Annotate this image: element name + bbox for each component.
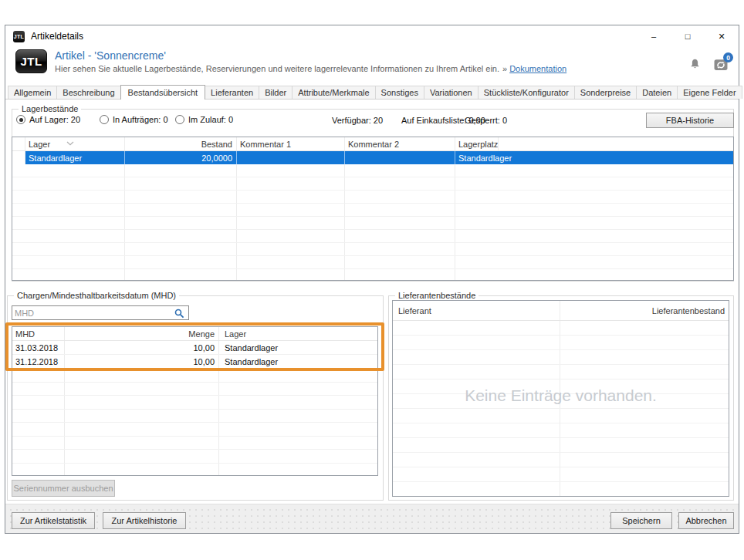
- search-icon[interactable]: [174, 309, 184, 320]
- cell-kommentar1: [237, 151, 345, 164]
- app-header: JTL Artikel - 'Sonnencreme' Hier sehen S…: [5, 47, 739, 86]
- speichern-button[interactable]: Speichern: [610, 512, 672, 529]
- mhd-table-row[interactable]: 31.03.2018 10,00 Standardlager: [12, 341, 377, 355]
- supplier-table-empty-rows: [393, 321, 729, 497]
- stock-table-empty-rows: [12, 164, 733, 281]
- column-header-mhd-lager[interactable]: Lager: [219, 327, 377, 340]
- supplier-table: Lieferant Lieferantenbestand: [392, 300, 729, 497]
- titlebar: JTL Artikeldetails – □ ✕: [5, 25, 739, 47]
- tab-sonderpreise[interactable]: Sonderpreise: [574, 86, 637, 99]
- mhd-table: MHD Menge Lager 31.03.2018 10,00 Standar…: [12, 326, 378, 476]
- footer-bar: Zur Artikelstatistik Zur Artikelhistorie…: [5, 504, 739, 533]
- page-subtitle: Hier sehen Sie aktuelle Lagerbestände, R…: [55, 64, 566, 73]
- stock-table: Lager Bestand Kommentar 1 Kommentar 2 La…: [12, 137, 734, 281]
- radio-in-auftraegen-circle[interactable]: [100, 115, 109, 124]
- tab-stueckliste-konfigurator[interactable]: Stückliste/Konfigurator: [478, 86, 575, 99]
- jtl-logo: JTL: [15, 49, 47, 73]
- radio-auf-lager-label: Auf Lager: 20: [29, 115, 80, 124]
- tab-page-bestandsuebersicht: Lagerbestände Auf Lager: 20 In Aufträgen…: [5, 100, 739, 504]
- sync-status-icon[interactable]: 0: [714, 58, 728, 73]
- column-header-kommentar2[interactable]: Kommentar 2: [345, 137, 455, 150]
- tab-sonstiges[interactable]: Sonstiges: [375, 86, 424, 99]
- column-header-kommentar1[interactable]: Kommentar 1: [237, 137, 345, 150]
- bell-icon[interactable]: [688, 58, 702, 73]
- seriennummer-ausbuchen-button[interactable]: Seriennummer ausbuchen: [12, 480, 115, 497]
- column-header-lieferant[interactable]: Lieferant: [393, 301, 560, 320]
- column-header-mhd[interactable]: MHD: [12, 327, 65, 340]
- radio-im-zulauf-circle[interactable]: [175, 115, 184, 124]
- radio-im-zulauf-label: Im Zulauf: 0: [188, 115, 233, 124]
- mhd-search-input[interactable]: [15, 307, 169, 319]
- cell-lagerplatz: Standardlager: [455, 151, 733, 164]
- radio-auf-lager[interactable]: Auf Lager: 20: [16, 115, 80, 124]
- abbrechen-button[interactable]: Abbrechen: [678, 512, 734, 529]
- cell-kommentar2: [345, 151, 455, 164]
- artikeldetails-window: JTL Artikeldetails – □ ✕ JTL Artikel - '…: [5, 25, 739, 534]
- tab-bestandsuebersicht[interactable]: Bestandsübersicht: [120, 85, 206, 100]
- mhd-searchbox: [12, 305, 189, 320]
- cell-mhd-date: 31.12.2018: [12, 355, 65, 368]
- row-gutter-cell: [12, 151, 25, 164]
- page-title: Artikel - 'Sonnencreme': [55, 49, 166, 62]
- minimize-button[interactable]: –: [637, 25, 671, 47]
- stat-verfuegbar: Verfügbar: 20: [332, 116, 383, 125]
- tab-lieferanten[interactable]: Lieferanten: [205, 86, 259, 99]
- tab-allgemein[interactable]: Allgemein: [8, 86, 57, 99]
- radio-im-zulauf[interactable]: Im Zulauf: 0: [175, 115, 233, 124]
- window-title: Artikeldetails: [31, 31, 83, 42]
- stat-gesperrt: Gesperrt: 0: [465, 116, 507, 125]
- radio-auf-lager-circle[interactable]: [16, 115, 25, 124]
- mhd-table-header: MHD Menge Lager: [12, 327, 377, 341]
- tab-variationen[interactable]: Variationen: [424, 86, 479, 99]
- sync-count-badge: 0: [723, 52, 733, 62]
- supplier-table-header: Lieferant Lieferantenbestand: [393, 301, 729, 321]
- close-button[interactable]: ✕: [705, 25, 739, 47]
- cell-mhd-menge: 10,00: [65, 341, 219, 354]
- header-gutter-cell: [12, 137, 25, 150]
- radio-in-auftraegen[interactable]: In Aufträgen: 0: [100, 115, 168, 124]
- stock-table-row[interactable]: Standardlager 20,0000 Standardlager: [12, 151, 733, 164]
- column-header-bestand[interactable]: Bestand: [125, 137, 237, 150]
- tab-bilder[interactable]: Bilder: [259, 86, 293, 99]
- column-header-lager[interactable]: Lager: [25, 137, 125, 150]
- fba-historie-button[interactable]: FBA-Historie: [646, 113, 734, 128]
- tab-strip: Allgemein Beschreibung Bestandsübersicht…: [5, 86, 739, 100]
- mhd-group-label: Chargen/Mindesthaltbarkeitsdatum (MHD): [14, 291, 179, 300]
- column-header-lieferantenbestand[interactable]: Lieferantenbestand: [560, 301, 729, 320]
- zur-artikelhistorie-button[interactable]: Zur Artikelhistorie: [103, 512, 186, 529]
- sort-chevron-icon: [66, 138, 74, 147]
- jtl-app-icon: JTL: [13, 31, 25, 42]
- tab-dateien[interactable]: Dateien: [636, 86, 678, 99]
- supplier-group-label: Lieferantenbestände: [395, 291, 479, 300]
- tab-attribute-merkmale[interactable]: Attribute/Merkmale: [292, 86, 375, 99]
- cell-mhd-lager: Standardlager: [219, 341, 377, 354]
- cell-lager: Standardlager: [25, 151, 125, 164]
- stock-group-label: Lagerbestände: [19, 104, 81, 113]
- screenshot-canvas: JTL Artikeldetails – □ ✕ JTL Artikel - '…: [0, 0, 744, 560]
- mhd-table-row[interactable]: 31.12.2018 10,00 Standardlager: [12, 355, 377, 369]
- mhd-table-empty-rows: [12, 369, 377, 476]
- tab-beschreibung[interactable]: Beschreibung: [56, 86, 120, 99]
- column-header-menge[interactable]: Menge: [65, 327, 219, 340]
- cell-bestand: 20,0000: [125, 151, 237, 164]
- cell-mhd-menge: 10,00: [65, 355, 219, 368]
- cell-mhd-lager: Standardlager: [219, 355, 377, 368]
- tab-eigene-felder[interactable]: Eigene Felder: [677, 86, 742, 99]
- stock-table-header: Lager Bestand Kommentar 1 Kommentar 2 La…: [12, 137, 733, 151]
- link-arrow: »: [502, 64, 507, 73]
- zur-artikelstatistik-button[interactable]: Zur Artikelstatistik: [12, 512, 95, 529]
- subtitle-text: Hier sehen Sie aktuelle Lagerbestände, R…: [55, 64, 499, 73]
- column-header-lagerplatz[interactable]: Lagerplatz: [455, 137, 499, 150]
- documentation-link[interactable]: Dokumentation: [509, 64, 566, 73]
- maximize-button[interactable]: □: [671, 25, 705, 47]
- cell-mhd-date: 31.03.2018: [12, 341, 65, 354]
- radio-in-auftraegen-label: In Aufträgen: 0: [113, 115, 168, 124]
